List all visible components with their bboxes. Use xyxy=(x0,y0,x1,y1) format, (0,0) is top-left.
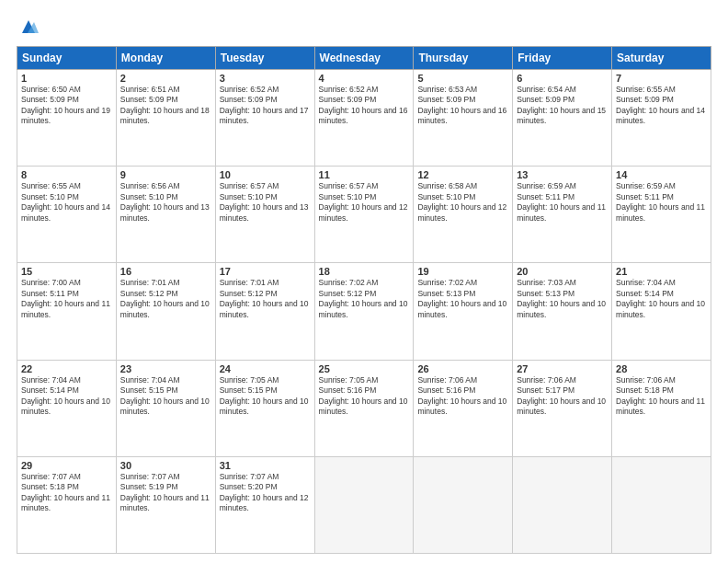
calendar-day-cell: 28Sunrise: 7:06 AMSunset: 5:18 PMDayligh… xyxy=(612,360,711,456)
calendar-day-cell: 27Sunrise: 7:06 AMSunset: 5:17 PMDayligh… xyxy=(513,360,612,456)
calendar-day-cell: 13Sunrise: 6:59 AMSunset: 5:11 PMDayligh… xyxy=(513,167,612,263)
day-info: Sunrise: 7:05 AMSunset: 5:16 PMDaylight:… xyxy=(319,375,410,418)
calendar-day-cell: 25Sunrise: 7:05 AMSunset: 5:16 PMDayligh… xyxy=(314,360,414,456)
day-info: Sunrise: 7:01 AMSunset: 5:12 PMDaylight:… xyxy=(220,278,311,320)
calendar-day-cell: 4Sunrise: 6:52 AMSunset: 5:09 PMDaylight… xyxy=(314,70,414,167)
day-info: Sunrise: 7:07 AMSunset: 5:20 PMDaylight:… xyxy=(220,472,311,514)
calendar-day-cell: 9Sunrise: 6:56 AMSunset: 5:10 PMDaylight… xyxy=(116,167,215,263)
calendar-day-cell: 7Sunrise: 6:55 AMSunset: 5:09 PMDaylight… xyxy=(612,70,711,167)
calendar-day-cell: 2Sunrise: 6:51 AMSunset: 5:09 PMDaylight… xyxy=(116,70,215,167)
day-info: Sunrise: 6:52 AMSunset: 5:09 PMDaylight:… xyxy=(220,85,311,127)
day-info: Sunrise: 7:07 AMSunset: 5:19 PMDaylight:… xyxy=(120,472,211,514)
day-number: 9 xyxy=(120,169,211,180)
calendar-week-row: 1Sunrise: 6:50 AMSunset: 5:09 PMDaylight… xyxy=(17,70,711,167)
day-info: Sunrise: 6:59 AMSunset: 5:11 PMDaylight:… xyxy=(517,181,608,224)
calendar-day-header: Thursday xyxy=(414,47,513,70)
calendar-day-header: Wednesday xyxy=(314,47,414,70)
day-number: 7 xyxy=(616,73,707,84)
calendar-day-cell xyxy=(314,456,414,553)
day-number: 10 xyxy=(220,169,311,180)
day-number: 13 xyxy=(517,169,608,180)
day-info: Sunrise: 6:57 AMSunset: 5:10 PMDaylight:… xyxy=(319,181,410,224)
calendar-day-cell: 1Sunrise: 6:50 AMSunset: 5:09 PMDaylight… xyxy=(17,70,117,167)
calendar-day-cell: 29Sunrise: 7:07 AMSunset: 5:18 PMDayligh… xyxy=(17,456,117,553)
day-info: Sunrise: 6:51 AMSunset: 5:09 PMDaylight:… xyxy=(120,85,211,127)
calendar-day-cell xyxy=(612,456,711,553)
day-number: 4 xyxy=(319,73,410,84)
day-number: 21 xyxy=(616,266,707,277)
day-number: 20 xyxy=(517,266,608,277)
day-info: Sunrise: 7:04 AMSunset: 5:15 PMDaylight:… xyxy=(120,375,211,418)
day-number: 27 xyxy=(517,363,608,374)
day-info: Sunrise: 7:02 AMSunset: 5:13 PMDaylight:… xyxy=(417,278,508,320)
calendar-day-header: Friday xyxy=(513,47,612,70)
calendar-week-row: 22Sunrise: 7:04 AMSunset: 5:14 PMDayligh… xyxy=(17,360,711,456)
page: SundayMondayTuesdayWednesdayThursdayFrid… xyxy=(0,0,728,563)
calendar-day-cell: 24Sunrise: 7:05 AMSunset: 5:15 PMDayligh… xyxy=(215,360,314,456)
calendar-day-header: Tuesday xyxy=(215,47,314,70)
day-info: Sunrise: 6:57 AMSunset: 5:10 PMDaylight:… xyxy=(220,181,311,224)
calendar-day-cell: 10Sunrise: 6:57 AMSunset: 5:10 PMDayligh… xyxy=(215,167,314,263)
calendar-day-cell: 26Sunrise: 7:06 AMSunset: 5:16 PMDayligh… xyxy=(414,360,513,456)
calendar-day-cell: 14Sunrise: 6:59 AMSunset: 5:11 PMDayligh… xyxy=(612,167,711,263)
day-info: Sunrise: 7:00 AMSunset: 5:11 PMDaylight:… xyxy=(21,278,112,320)
calendar-day-cell: 3Sunrise: 6:52 AMSunset: 5:09 PMDaylight… xyxy=(215,70,314,167)
day-info: Sunrise: 7:05 AMSunset: 5:15 PMDaylight:… xyxy=(220,375,311,418)
day-info: Sunrise: 6:54 AMSunset: 5:09 PMDaylight:… xyxy=(517,85,608,127)
day-info: Sunrise: 6:53 AMSunset: 5:09 PMDaylight:… xyxy=(417,85,508,127)
day-info: Sunrise: 7:07 AMSunset: 5:18 PMDaylight:… xyxy=(21,472,112,514)
day-number: 2 xyxy=(120,73,211,84)
day-info: Sunrise: 7:02 AMSunset: 5:12 PMDaylight:… xyxy=(319,278,410,320)
calendar-day-cell: 23Sunrise: 7:04 AMSunset: 5:15 PMDayligh… xyxy=(116,360,215,456)
day-number: 16 xyxy=(120,266,211,277)
day-number: 24 xyxy=(220,363,311,374)
day-number: 19 xyxy=(417,266,508,277)
calendar-week-row: 8Sunrise: 6:55 AMSunset: 5:10 PMDaylight… xyxy=(17,167,711,263)
day-info: Sunrise: 7:06 AMSunset: 5:18 PMDaylight:… xyxy=(616,375,707,418)
day-number: 6 xyxy=(517,73,608,84)
day-info: Sunrise: 6:58 AMSunset: 5:10 PMDaylight:… xyxy=(417,181,508,224)
calendar-day-cell: 6Sunrise: 6:54 AMSunset: 5:09 PMDaylight… xyxy=(513,70,612,167)
calendar-day-cell: 30Sunrise: 7:07 AMSunset: 5:19 PMDayligh… xyxy=(116,456,215,553)
day-number: 11 xyxy=(319,169,410,180)
calendar-day-header: Saturday xyxy=(612,47,711,70)
day-number: 8 xyxy=(21,169,112,180)
day-info: Sunrise: 7:04 AMSunset: 5:14 PMDaylight:… xyxy=(21,375,112,418)
day-number: 17 xyxy=(220,266,311,277)
header xyxy=(17,17,711,37)
calendar-day-header: Sunday xyxy=(17,47,117,70)
logo-icon xyxy=(18,17,39,37)
day-info: Sunrise: 6:55 AMSunset: 5:09 PMDaylight:… xyxy=(616,85,707,127)
logo xyxy=(17,17,39,37)
calendar-day-cell: 8Sunrise: 6:55 AMSunset: 5:10 PMDaylight… xyxy=(17,167,117,263)
calendar-table: SundayMondayTuesdayWednesdayThursdayFrid… xyxy=(17,46,711,554)
day-info: Sunrise: 6:59 AMSunset: 5:11 PMDaylight:… xyxy=(616,181,707,224)
day-info: Sunrise: 7:04 AMSunset: 5:14 PMDaylight:… xyxy=(616,278,707,320)
day-number: 23 xyxy=(120,363,211,374)
calendar-day-cell: 16Sunrise: 7:01 AMSunset: 5:12 PMDayligh… xyxy=(116,263,215,360)
day-number: 18 xyxy=(319,266,410,277)
day-info: Sunrise: 7:03 AMSunset: 5:13 PMDaylight:… xyxy=(517,278,608,320)
day-info: Sunrise: 7:06 AMSunset: 5:17 PMDaylight:… xyxy=(517,375,608,418)
day-info: Sunrise: 7:06 AMSunset: 5:16 PMDaylight:… xyxy=(417,375,508,418)
calendar-day-cell: 31Sunrise: 7:07 AMSunset: 5:20 PMDayligh… xyxy=(215,456,314,553)
day-info: Sunrise: 6:56 AMSunset: 5:10 PMDaylight:… xyxy=(120,181,211,224)
day-number: 14 xyxy=(616,169,707,180)
day-number: 5 xyxy=(417,73,508,84)
day-number: 3 xyxy=(220,73,311,84)
calendar-day-cell: 20Sunrise: 7:03 AMSunset: 5:13 PMDayligh… xyxy=(513,263,612,360)
calendar-day-header: Monday xyxy=(116,47,215,70)
calendar-day-cell: 11Sunrise: 6:57 AMSunset: 5:10 PMDayligh… xyxy=(314,167,414,263)
calendar-header-row: SundayMondayTuesdayWednesdayThursdayFrid… xyxy=(17,47,711,70)
calendar-day-cell: 22Sunrise: 7:04 AMSunset: 5:14 PMDayligh… xyxy=(17,360,117,456)
day-info: Sunrise: 6:52 AMSunset: 5:09 PMDaylight:… xyxy=(319,85,410,127)
day-number: 22 xyxy=(21,363,112,374)
calendar-day-cell: 18Sunrise: 7:02 AMSunset: 5:12 PMDayligh… xyxy=(314,263,414,360)
day-number: 28 xyxy=(616,363,707,374)
calendar-day-cell: 19Sunrise: 7:02 AMSunset: 5:13 PMDayligh… xyxy=(414,263,513,360)
calendar-day-cell: 17Sunrise: 7:01 AMSunset: 5:12 PMDayligh… xyxy=(215,263,314,360)
calendar-week-row: 29Sunrise: 7:07 AMSunset: 5:18 PMDayligh… xyxy=(17,456,711,553)
day-number: 12 xyxy=(417,169,508,180)
calendar-day-cell xyxy=(513,456,612,553)
day-number: 29 xyxy=(21,460,112,471)
